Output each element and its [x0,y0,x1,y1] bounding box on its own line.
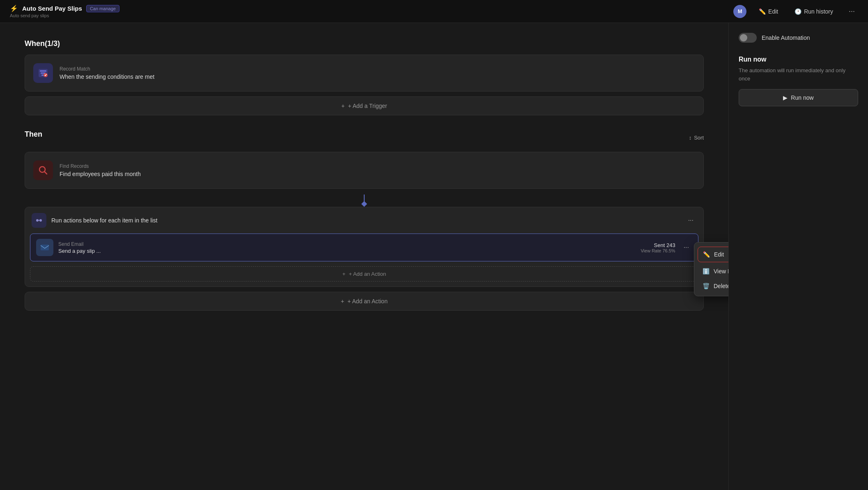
app-icon: ⚡ [10,5,18,12]
when-section: When(1/3) Record Match When the sending … [25,39,704,115]
record-match-card[interactable]: Record Match When the sending conditions… [25,55,704,92]
find-records-desc: Find employees paid this month [60,171,695,177]
edit-button[interactable]: ✏️ Edit [755,6,782,17]
record-match-icon [33,63,53,83]
run-history-icon: 🕐 [795,8,801,15]
header-left: ⚡ Auto Send Pay Slips Can manage Auto se… [10,5,119,18]
then-header: Then ↕ Sort [25,130,704,145]
sidebar-panel: Enable Automation Run now The automation… [728,23,868,490]
sort-button[interactable]: ↕ Sort [689,135,704,141]
edit-pencil-icon: ✏️ [703,251,710,258]
run-now-btn-label: Run now [791,94,813,101]
svg-point-3 [36,219,39,222]
email-action-card[interactable]: Send Email Send a pay slip ... Sent 243 … [30,234,698,261]
email-action-label: Send Email [58,241,636,247]
run-now-desc: The automation will run immediately and … [739,66,858,82]
edit-label: Edit [768,8,778,15]
context-menu: ✏️ Edit ℹ️ View Help Document 🗑️ Delete [694,242,728,296]
find-records-label: Find Records [60,163,695,169]
when-title: When(1/3) [25,39,704,48]
app-title: Auto Send Pay Slips [22,5,82,12]
run-now-button[interactable]: ▶ Run now [739,89,858,106]
add-trigger-plus-icon: + [341,103,344,109]
add-trigger-label: + Add a Trigger [348,103,387,109]
email-action-desc: Send a pay slip ... [58,248,636,254]
context-menu-edit[interactable]: ✏️ Edit [698,247,728,262]
more-button[interactable]: ··· [845,5,858,17]
email-action-icon [36,239,53,256]
app-header: ⚡ Auto Send Pay Slips Can manage Auto se… [0,0,868,23]
context-delete-label: Delete [714,283,728,289]
record-match-label: Record Match [60,66,695,72]
connector-diamond [361,201,367,207]
find-records-content: Find Records Find employees paid this mo… [60,163,695,177]
avatar: M [733,5,746,18]
email-action-content: Send Email Send a pay slip ... [58,241,636,254]
header-title-row: ⚡ Auto Send Pay Slips Can manage [10,5,119,12]
find-records-icon [33,160,53,180]
sort-label: Sort [694,135,704,141]
run-now-section: Run now The automation will run immediat… [739,56,858,106]
context-menu-delete[interactable]: 🗑️ Delete [696,279,728,293]
add-action-inner-label: + Add an Action [349,271,386,277]
svg-rect-5 [41,245,49,250]
run-now-play-icon: ▶ [783,94,788,101]
record-match-content: Record Match When the sending conditions… [60,66,695,80]
toggle-row: Enable Automation [739,33,858,43]
then-title: Then [25,130,42,139]
connector [25,194,704,207]
run-now-title: Run now [739,56,858,63]
add-action-outer-plus-icon: + [341,298,344,305]
svg-point-4 [39,219,42,222]
then-section: Then ↕ Sort Find Records Find employees … [25,130,704,311]
add-action-outer-label: + Add an Action [347,298,388,305]
enable-automation-toggle[interactable] [739,33,757,43]
content-area: When(1/3) Record Match When the sending … [0,23,728,490]
toggle-label: Enable Automation [762,34,810,41]
delete-icon: 🗑️ [703,283,710,289]
add-action-inner-button[interactable]: + + Add an Action [30,266,698,282]
record-match-desc: When the sending conditions are met [60,73,695,80]
sort-icon: ↕ [689,135,692,141]
context-help-label: View Help Document [714,268,728,275]
loop-title: Run actions below for each item in the l… [51,217,680,224]
main-layout: When(1/3) Record Match When the sending … [0,23,868,490]
loop-card: Run actions below for each item in the l… [25,207,704,287]
context-edit-label: Edit [714,251,724,258]
context-menu-help[interactable]: ℹ️ View Help Document [696,264,728,279]
header-right: M ✏️ Edit 🕐 Run history ··· [733,5,858,18]
loop-icon [32,213,46,228]
help-icon: ℹ️ [703,268,710,275]
run-history-label: Run history [804,8,833,15]
loop-more-button[interactable]: ··· [685,215,697,226]
run-history-button[interactable]: 🕐 Run history [790,6,837,17]
add-trigger-button[interactable]: + + Add a Trigger [25,96,704,115]
can-manage-badge: Can manage [86,5,119,12]
add-action-inner-plus-icon: + [342,271,346,277]
email-view-rate: View Rate 76.5% [641,248,675,253]
find-records-card[interactable]: Find Records Find employees paid this mo… [25,152,704,189]
edit-icon: ✏️ [759,8,766,15]
email-action-more-button[interactable]: ··· [680,242,692,253]
email-sent-count: Sent 243 [641,242,675,248]
loop-header: Run actions below for each item in the l… [25,207,703,234]
email-action-stats: Sent 243 View Rate 76.5% [641,242,675,253]
add-action-outer-button[interactable]: + + Add an Action [25,292,704,311]
header-subtitle: Auto send pay slips [10,13,119,18]
